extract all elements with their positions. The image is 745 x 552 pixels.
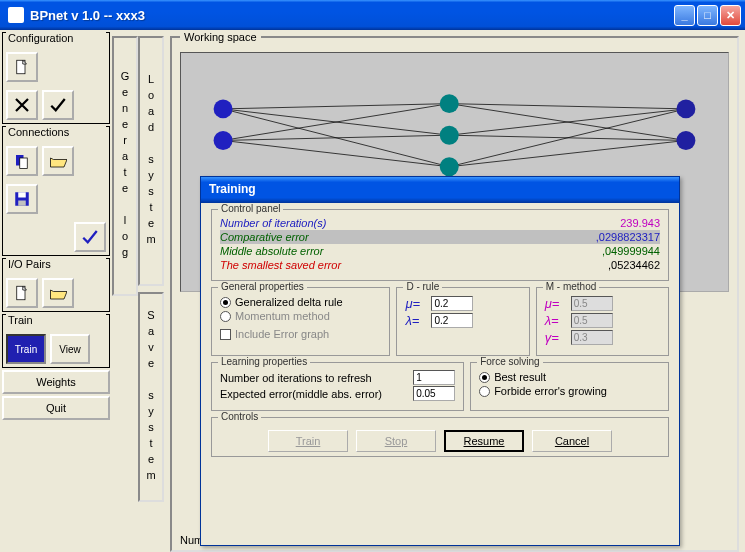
- folder-open-icon: [49, 284, 67, 302]
- train-label: Train: [6, 314, 106, 326]
- m-mu-symbol: μ=: [545, 296, 567, 311]
- iterations-value: 239.943: [620, 217, 660, 229]
- d-rule-label: D - rule: [403, 281, 442, 292]
- force-solving-label: Force solving: [477, 356, 542, 367]
- configuration-panel: Configuration: [2, 32, 110, 124]
- svg-line-10: [223, 104, 449, 141]
- d-mu-input[interactable]: [431, 296, 473, 311]
- best-result-radio[interactable]: Best result: [479, 371, 660, 383]
- dialog-title: Training: [201, 177, 679, 203]
- view-button[interactable]: View: [50, 334, 90, 364]
- svg-point-25: [676, 131, 695, 150]
- forbide-error-radio[interactable]: Forbide error's growing: [479, 385, 660, 397]
- train-button[interactable]: Train: [6, 334, 46, 364]
- svg-point-23: [440, 157, 459, 176]
- generate-strip: Generate log: [112, 30, 138, 552]
- check-icon: [81, 228, 99, 246]
- mu-symbol: μ=: [405, 296, 427, 311]
- svg-line-7: [223, 104, 449, 109]
- middle-error-label: Middle absolute error: [220, 245, 323, 257]
- smallest-error-value: ,05234462: [608, 259, 660, 271]
- svg-point-22: [440, 126, 459, 145]
- configuration-label: Configuration: [6, 32, 106, 44]
- controls-label: Controls: [218, 411, 261, 422]
- d-lambda-input[interactable]: [431, 313, 473, 328]
- document-icon: [13, 58, 31, 76]
- include-error-graph-checkbox[interactable]: Include Error graph: [220, 328, 381, 340]
- dialog-stop-button[interactable]: Stop: [356, 430, 436, 452]
- app-icon: [8, 7, 24, 23]
- generalized-delta-radio[interactable]: Generalized delta rule: [220, 296, 381, 308]
- window-title: BPnet v 1.0 -- xxx3: [30, 8, 672, 23]
- m-method-label: M - method: [543, 281, 600, 292]
- svg-point-19: [214, 99, 233, 118]
- save-system-button[interactable]: Save system: [138, 292, 164, 502]
- m-mu-input: [571, 296, 613, 311]
- svg-point-20: [214, 131, 233, 150]
- copy-connections-button[interactable]: [6, 146, 38, 176]
- learning-properties-label: Learning properties: [218, 356, 310, 367]
- svg-line-18: [449, 140, 686, 166]
- connections-panel: Connections: [2, 126, 110, 256]
- maximize-button[interactable]: □: [697, 5, 718, 26]
- svg-point-21: [440, 94, 459, 113]
- svg-line-11: [223, 135, 449, 140]
- dialog-cancel-button[interactable]: Cancel: [532, 430, 612, 452]
- force-solving-fieldset: Force solving Best result Forbide error'…: [470, 362, 669, 411]
- control-panel-fieldset: Control panel Number of iteration(s)239.…: [211, 209, 669, 281]
- save-connections-button[interactable]: [6, 184, 38, 214]
- m-method-fieldset: M - method μ= λ= γ=: [536, 287, 669, 356]
- document-icon: [13, 284, 31, 302]
- x-icon: [13, 96, 31, 114]
- controls-fieldset: Controls Train Stop Resume Cancel: [211, 417, 669, 457]
- folder-open-icon: [49, 152, 67, 170]
- open-connections-button[interactable]: [42, 146, 74, 176]
- svg-line-13: [449, 104, 686, 109]
- refresh-label: Number od iterations to refresh: [220, 372, 372, 384]
- dialog-body: Control panel Number of iteration(s)239.…: [201, 203, 679, 545]
- momentum-method-radio[interactable]: Momentum method: [220, 310, 381, 322]
- floppy-icon: [13, 190, 31, 208]
- weights-label: Weights: [36, 376, 76, 388]
- m-lambda-input: [571, 313, 613, 328]
- accept-config-button[interactable]: [42, 90, 74, 120]
- general-properties-label: General properties: [218, 281, 307, 292]
- dialog-resume-button[interactable]: Resume: [444, 430, 524, 452]
- expected-error-input[interactable]: [413, 386, 455, 401]
- refresh-input[interactable]: [413, 370, 455, 385]
- control-panel-label: Control panel: [218, 203, 283, 214]
- copy-icon: [13, 152, 31, 170]
- expected-error-label: Expected error(middle abs. error): [220, 388, 382, 400]
- cancel-config-button[interactable]: [6, 90, 38, 120]
- generate-log-button[interactable]: Generate log: [112, 36, 138, 296]
- close-button[interactable]: ✕: [720, 5, 741, 26]
- svg-rect-4: [18, 192, 26, 197]
- quit-label: Quit: [46, 402, 66, 414]
- system-strip: Load system Save system: [138, 30, 164, 552]
- connections-label: Connections: [6, 126, 106, 138]
- quit-button[interactable]: Quit: [2, 396, 110, 420]
- load-system-button[interactable]: Load system: [138, 36, 164, 286]
- workspace-label: Working space: [180, 31, 261, 43]
- iterations-label: Number of iteration(s): [220, 217, 326, 229]
- svg-rect-5: [18, 201, 26, 206]
- minimize-button[interactable]: _: [674, 5, 695, 26]
- svg-rect-2: [20, 158, 28, 169]
- learning-properties-fieldset: Learning properties Number od iterations…: [211, 362, 464, 411]
- train-panel: Train Train View: [2, 314, 110, 368]
- smallest-error-label: The smallest saved error: [220, 259, 341, 271]
- d-rule-fieldset: D - rule μ= λ=: [396, 287, 529, 356]
- new-config-button[interactable]: [6, 52, 38, 82]
- weights-button[interactable]: Weights: [2, 370, 110, 394]
- svg-line-17: [449, 109, 686, 167]
- new-iopairs-button[interactable]: [6, 278, 38, 308]
- training-dialog: Training Control panel Number of iterati…: [200, 176, 680, 546]
- accept-connections-button[interactable]: [74, 222, 106, 252]
- m-gamma-symbol: γ=: [545, 330, 567, 345]
- middle-error-value: ,049999944: [602, 245, 660, 257]
- open-iopairs-button[interactable]: [42, 278, 74, 308]
- m-lambda-symbol: λ=: [545, 313, 567, 328]
- window-titlebar: BPnet v 1.0 -- xxx3 _ □ ✕: [0, 0, 745, 30]
- svg-line-12: [223, 140, 449, 166]
- dialog-train-button[interactable]: Train: [268, 430, 348, 452]
